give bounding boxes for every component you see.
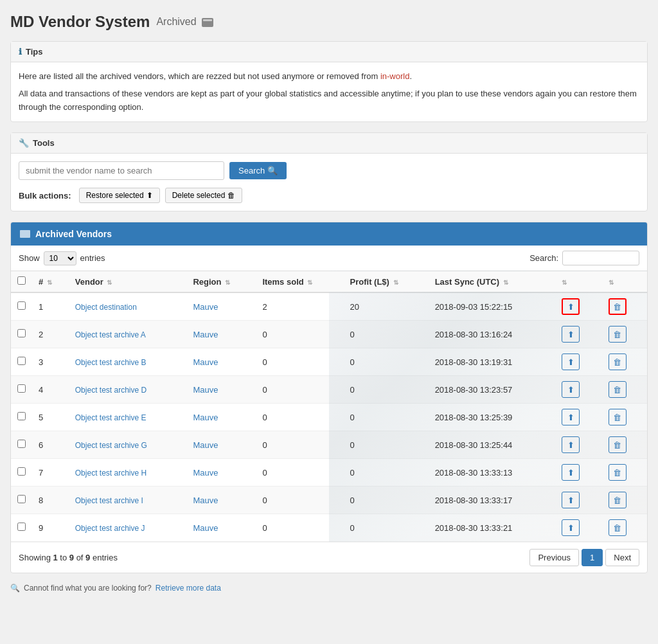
restore-icon-6: ⬆ — [567, 440, 574, 450]
vendor-search-input[interactable] — [19, 161, 224, 180]
row-id: 5 — [32, 404, 69, 431]
row-checkbox-1[interactable] — [17, 301, 26, 310]
page-title: MD Vendor System — [10, 13, 150, 31]
region-link-9[interactable]: Mauve — [193, 523, 218, 533]
restore-button-6[interactable]: ⬆ — [562, 436, 580, 453]
row-checkbox-2[interactable] — [17, 329, 26, 337]
col-items-sold[interactable]: Items sold ⇅ — [256, 271, 343, 293]
row-id: 2 — [32, 321, 69, 348]
restore-icon-1: ⬆ — [567, 302, 574, 312]
trash-icon-3: 🗑 — [613, 357, 621, 367]
row-restore-cell: ⬆ — [554, 431, 600, 459]
row-checkbox-6[interactable] — [17, 440, 26, 448]
row-checkbox-8[interactable] — [17, 495, 26, 503]
delete-button-9[interactable]: 🗑 — [609, 519, 627, 536]
col-vendor[interactable]: Vendor ⇅ — [69, 271, 187, 293]
vendor-link-6[interactable]: Object test archive G — [75, 441, 147, 450]
row-profit: 0 — [344, 376, 429, 404]
restore-icon-2: ⬆ — [567, 330, 574, 339]
retrieve-more-data-link[interactable]: Retrieve more data — [156, 584, 221, 593]
delete-selected-button[interactable]: Delete selected 🗑 — [165, 188, 243, 203]
previous-button[interactable]: Previous — [529, 549, 579, 566]
vendor-link-1[interactable]: Object destination — [75, 303, 137, 312]
select-all-checkbox[interactable] — [17, 276, 26, 285]
row-profit: 0 — [344, 404, 429, 431]
region-link-1[interactable]: Mauve — [193, 302, 218, 312]
table-search-input[interactable] — [562, 251, 639, 265]
region-link-6[interactable]: Mauve — [193, 440, 218, 450]
info-icon: ℹ — [19, 47, 22, 57]
row-checkbox-cell — [11, 376, 32, 404]
page-1-button[interactable]: 1 — [582, 549, 603, 566]
delete-button-8[interactable]: 🗑 — [609, 492, 627, 508]
row-vendor: Object test archive G — [69, 431, 187, 459]
col-region[interactable]: Region ⇅ — [186, 271, 256, 293]
delete-button-3[interactable]: 🗑 — [609, 353, 627, 370]
row-items-sold: 0 — [256, 321, 343, 348]
row-vendor: Object destination — [69, 292, 187, 321]
restore-selected-button[interactable]: Restore selected ⬆ — [79, 188, 160, 203]
restore-button-1[interactable]: ⬆ — [562, 298, 580, 315]
row-checkbox-7[interactable] — [17, 467, 26, 476]
row-checkbox-5[interactable] — [17, 412, 26, 420]
row-region: Mauve — [186, 459, 256, 487]
table-search-control: Search: — [529, 251, 639, 265]
restore-button-7[interactable]: ⬆ — [562, 464, 580, 481]
restore-button-5[interactable]: ⬆ — [562, 409, 580, 425]
show-entries-control: Show 10 25 50 100 entries — [19, 251, 105, 265]
row-last-sync: 2018-08-30 13:33:17 — [429, 487, 555, 514]
region-link-3[interactable]: Mauve — [193, 357, 218, 367]
delete-button-1[interactable]: 🗑 — [609, 298, 627, 315]
row-delete-cell: 🗑 — [601, 376, 647, 404]
delete-button-5[interactable]: 🗑 — [609, 409, 627, 425]
entries-per-page-select[interactable]: 10 25 50 100 — [44, 251, 76, 265]
vendor-link-8[interactable]: Object test archive I — [75, 496, 143, 505]
vendor-link-5[interactable]: Object test archive E — [75, 413, 147, 422]
vendor-link-2[interactable]: Object test archive A — [75, 330, 146, 339]
restore-button-2[interactable]: ⬆ — [562, 326, 580, 343]
search-button[interactable]: Search 🔍 — [229, 162, 287, 179]
row-profit: 0 — [344, 459, 429, 487]
restore-button-8[interactable]: ⬆ — [562, 492, 580, 508]
restore-button-4[interactable]: ⬆ — [562, 381, 580, 398]
restore-icon-7: ⬆ — [567, 468, 574, 478]
row-checkbox-4[interactable] — [17, 384, 26, 393]
region-link-8[interactable]: Mauve — [193, 496, 218, 505]
vendor-link-7[interactable]: Object test archive H — [75, 469, 147, 478]
row-checkbox-9[interactable] — [17, 523, 26, 531]
row-last-sync: 2018-09-03 15:22:15 — [429, 292, 555, 321]
region-link-4[interactable]: Mauve — [193, 385, 218, 395]
col-number[interactable]: # ⇅ — [32, 271, 69, 293]
row-region: Mauve — [186, 376, 256, 404]
row-checkbox-3[interactable] — [17, 357, 26, 365]
bulk-actions-row: Bulk actions: Restore selected ⬆ Delete … — [19, 188, 639, 203]
row-restore-cell: ⬆ — [554, 321, 600, 348]
row-vendor: Object test archive E — [69, 404, 187, 431]
delete-button-6[interactable]: 🗑 — [609, 436, 627, 453]
row-region: Mauve — [186, 404, 256, 431]
row-delete-cell: 🗑 — [601, 404, 647, 431]
col-restore-action[interactable]: ⇅ — [554, 271, 600, 293]
region-link-5[interactable]: Mauve — [193, 413, 218, 422]
row-restore-cell: ⬆ — [554, 514, 600, 542]
region-link-2[interactable]: Mauve — [193, 330, 218, 339]
vendor-link-4[interactable]: Object test archive D — [75, 386, 147, 395]
delete-button-7[interactable]: 🗑 — [609, 464, 627, 481]
delete-button-2[interactable]: 🗑 — [609, 326, 627, 343]
delete-button-4[interactable]: 🗑 — [609, 381, 627, 398]
row-items-sold: 0 — [256, 459, 343, 487]
trash-icon-9: 🗑 — [613, 523, 621, 533]
row-items-sold: 2 — [256, 292, 343, 321]
restore-button-9[interactable]: ⬆ — [562, 519, 580, 536]
vendor-link-9[interactable]: Object test archive J — [75, 524, 145, 533]
vendor-link-3[interactable]: Object test archive B — [75, 358, 147, 367]
region-link-7[interactable]: Mauve — [193, 468, 218, 478]
row-region: Mauve — [186, 514, 256, 542]
col-delete-action[interactable]: ⇅ — [601, 271, 647, 293]
table-row: 6 Object test archive G Mauve 0 0 2018-0… — [11, 431, 647, 459]
next-button[interactable]: Next — [605, 549, 639, 566]
tools-panel: 🔧 Tools Search 🔍 Bulk actions: Restore s… — [10, 132, 648, 211]
col-profit[interactable]: Profit (L$) ⇅ — [344, 271, 429, 293]
col-last-sync[interactable]: Last Sync (UTC) ⇅ — [429, 271, 555, 293]
restore-button-3[interactable]: ⬆ — [562, 353, 580, 370]
